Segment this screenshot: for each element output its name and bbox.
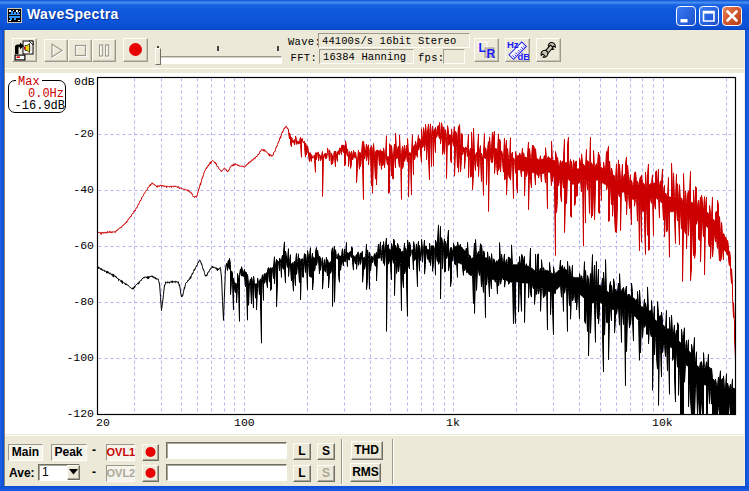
svg-text:dB: dB (518, 51, 530, 62)
svg-text:L: L (479, 41, 486, 55)
svg-text:R: R (487, 47, 496, 61)
svg-text:Hz: Hz (507, 39, 519, 50)
